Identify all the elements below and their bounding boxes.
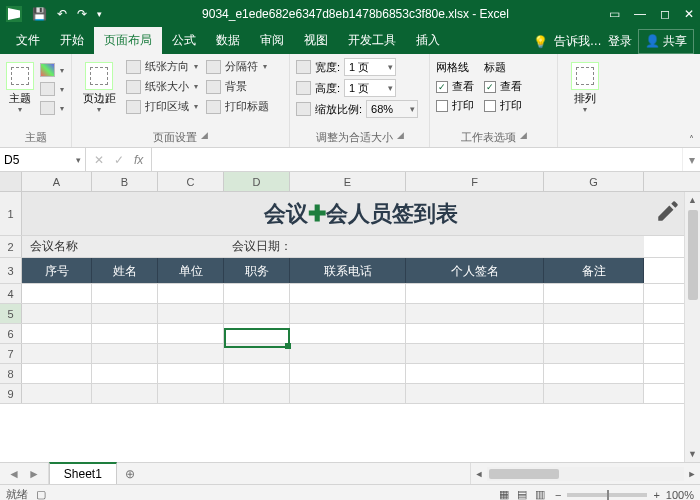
row-header[interactable]: 1 — [0, 192, 22, 235]
cell[interactable] — [290, 364, 406, 383]
cell[interactable] — [544, 304, 644, 323]
cell[interactable] — [158, 344, 224, 363]
cell[interactable] — [158, 284, 224, 303]
cells-area[interactable]: 1会议✚会人员签到表2会议名称会议日期：3序号姓名单位职务联系电话个人签名备注4… — [0, 192, 700, 462]
themes-button[interactable]: 主题 ▾ — [6, 58, 34, 115]
hscroll-thumb[interactable] — [489, 469, 559, 479]
cell[interactable] — [22, 344, 92, 363]
tab-page-layout[interactable]: 页面布局 — [94, 27, 162, 54]
prev-sheet-icon[interactable]: ◄ — [8, 467, 20, 481]
table-header-cell[interactable]: 备注 — [544, 258, 644, 283]
next-sheet-icon[interactable]: ► — [28, 467, 40, 481]
new-sheet-button[interactable]: ⊕ — [117, 463, 143, 484]
table-header-cell[interactable]: 职务 — [224, 258, 290, 283]
scroll-right-icon[interactable]: ► — [684, 469, 700, 479]
vertical-scrollbar[interactable]: ▲ ▼ — [684, 192, 700, 462]
expand-formula-bar-icon[interactable]: ▾ — [682, 148, 700, 171]
tell-me[interactable]: 告诉我… — [554, 33, 602, 50]
zoom-out-icon[interactable]: − — [555, 489, 561, 501]
column-header-G[interactable]: G — [544, 172, 644, 191]
cell[interactable] — [544, 284, 644, 303]
tab-insert[interactable]: 插入 — [406, 27, 450, 54]
cell[interactable] — [544, 364, 644, 383]
print-area-button[interactable]: 打印区域▾ — [124, 98, 200, 115]
row-header[interactable]: 5 — [0, 304, 22, 323]
scroll-thumb[interactable] — [688, 210, 698, 300]
cell[interactable] — [92, 284, 158, 303]
sheet-nav[interactable]: ◄► — [0, 463, 49, 484]
cell[interactable] — [92, 304, 158, 323]
page-break-view-icon[interactable]: ▥ — [535, 488, 545, 500]
cell[interactable] — [92, 344, 158, 363]
gridlines-print-checkbox[interactable]: 打印 — [436, 98, 474, 113]
sheet-tab[interactable]: Sheet1 — [49, 462, 117, 484]
gridlines-view-checkbox[interactable]: ✓查看 — [436, 79, 474, 94]
cell[interactable] — [290, 384, 406, 403]
breaks-button[interactable]: 分隔符▾ — [204, 58, 271, 75]
cell[interactable] — [224, 344, 290, 363]
table-header-cell[interactable]: 序号 — [22, 258, 92, 283]
table-header-cell[interactable]: 联系电话 — [290, 258, 406, 283]
theme-effects-button[interactable]: ▾ — [38, 100, 66, 116]
share-button[interactable]: 👤 共享 — [638, 29, 694, 54]
headings-view-checkbox[interactable]: ✓查看 — [484, 79, 522, 94]
cell[interactable] — [290, 344, 406, 363]
orientation-button[interactable]: 纸张方向▾ — [124, 58, 200, 75]
redo-icon[interactable]: ↷ — [77, 7, 87, 21]
sheet-options-launcher-icon[interactable]: ◢ — [520, 130, 527, 145]
select-all-button[interactable] — [0, 172, 22, 191]
normal-view-icon[interactable]: ▦ — [499, 488, 509, 500]
formula-bar[interactable] — [152, 148, 682, 171]
scroll-up-icon[interactable]: ▲ — [688, 192, 697, 208]
cell[interactable] — [22, 304, 92, 323]
tab-view[interactable]: 视图 — [294, 27, 338, 54]
cell[interactable] — [224, 284, 290, 303]
scroll-down-icon[interactable]: ▼ — [688, 446, 697, 462]
margins-button[interactable]: 页边距 ▾ — [78, 58, 120, 115]
print-titles-button[interactable]: 打印标题 — [204, 98, 271, 115]
row-header[interactable]: 2 — [0, 236, 22, 257]
tab-formulas[interactable]: 公式 — [162, 27, 206, 54]
row-header[interactable]: 8 — [0, 364, 22, 383]
height-select[interactable]: 1 页 — [344, 79, 396, 97]
background-button[interactable]: 背景 — [204, 78, 271, 95]
page-layout-view-icon[interactable]: ▤ — [517, 488, 527, 500]
cell[interactable] — [224, 364, 290, 383]
cell[interactable] — [92, 384, 158, 403]
close-icon[interactable]: ✕ — [684, 7, 694, 21]
sheet-title-cell[interactable]: 会议✚会人员签到表 — [22, 192, 700, 235]
size-button[interactable]: 纸张大小▾ — [124, 78, 200, 95]
ribbon-options-icon[interactable]: ▭ — [609, 7, 620, 21]
zoom-level[interactable]: 100% — [666, 489, 694, 501]
table-header-cell[interactable]: 个人签名 — [406, 258, 544, 283]
table-header-cell[interactable]: 姓名 — [92, 258, 158, 283]
meeting-date-cell[interactable]: 会议日期： — [224, 236, 644, 257]
cancel-icon[interactable]: ✕ — [94, 153, 104, 167]
cell[interactable] — [290, 324, 406, 343]
width-select[interactable]: 1 页 — [344, 58, 396, 76]
undo-icon[interactable]: ↶ — [57, 7, 67, 21]
cell[interactable] — [544, 344, 644, 363]
cell[interactable] — [544, 324, 644, 343]
cell[interactable] — [224, 384, 290, 403]
tab-data[interactable]: 数据 — [206, 27, 250, 54]
column-header-C[interactable]: C — [158, 172, 224, 191]
cell[interactable] — [92, 324, 158, 343]
cell[interactable] — [406, 324, 544, 343]
scale-spinner[interactable]: 68% — [366, 100, 418, 118]
collapse-ribbon-icon[interactable]: ˄ — [689, 134, 694, 145]
cell[interactable] — [224, 324, 290, 343]
cell[interactable] — [158, 304, 224, 323]
cell[interactable] — [406, 364, 544, 383]
cell[interactable] — [22, 284, 92, 303]
maximize-icon[interactable]: ◻ — [660, 7, 670, 21]
theme-fonts-button[interactable]: ▾ — [38, 81, 66, 97]
scroll-left-icon[interactable]: ◄ — [471, 469, 487, 479]
scale-launcher-icon[interactable]: ◢ — [397, 130, 404, 145]
cell[interactable] — [406, 304, 544, 323]
row-header[interactable]: 7 — [0, 344, 22, 363]
zoom-in-icon[interactable]: + — [653, 489, 659, 501]
column-header-A[interactable]: A — [22, 172, 92, 191]
column-header-D[interactable]: D — [224, 172, 290, 191]
login-link[interactable]: 登录 — [608, 33, 632, 50]
